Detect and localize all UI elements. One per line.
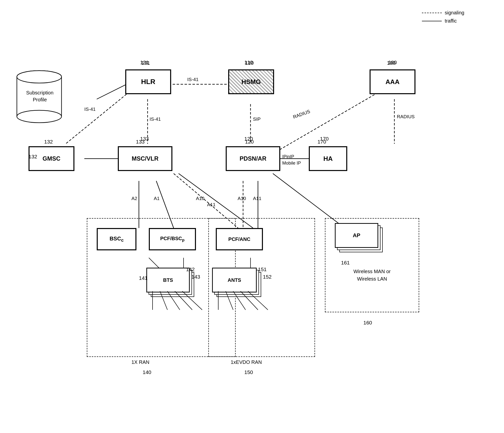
sip-label: SIP <box>253 116 261 122</box>
gmsc-num: 132 <box>29 154 37 160</box>
hlr-node: HLR <box>125 69 171 94</box>
traffic-label: traffic <box>445 18 457 24</box>
ran-1x-num: 140 <box>143 369 151 375</box>
traffic-line-icon <box>422 21 442 21</box>
legend: signaling traffic <box>422 10 464 26</box>
svg-line-15 <box>97 84 126 99</box>
signaling-label: signaling <box>445 10 464 16</box>
radius1-label: RADIUS <box>292 109 311 120</box>
ha-node: HA <box>309 146 347 171</box>
is41-hlr-gmsc-label: IS-41 <box>84 107 95 112</box>
bsc-c-node: BSCc <box>97 228 136 250</box>
ap-num161: 161 <box>341 260 350 266</box>
aaa-num: 180 <box>387 60 396 66</box>
signaling-line-icon <box>422 13 442 13</box>
ants-num152: 152 <box>263 274 272 280</box>
pdsn-ar-node: PDSN/AR <box>226 146 280 171</box>
subscription-profile-label: SubscriptionProfile <box>17 89 63 103</box>
svg-line-25 <box>167 291 180 310</box>
mobileip-label: Mobile IP <box>282 161 301 166</box>
is41-hlr-msc-label: IS-41 <box>150 116 161 122</box>
gmsc-id: 132 <box>44 139 53 145</box>
pcf-anc-node: PCF/ANC <box>216 228 263 250</box>
svg-line-32 <box>248 291 268 310</box>
pcf-bscp-node: PCF/BSCp <box>149 228 196 250</box>
diagram: signaling traffic <box>0 0 504 433</box>
a10-left-label: A10 <box>196 196 204 201</box>
svg-line-24 <box>160 291 167 310</box>
ran-1x-label: 1X RAN <box>131 359 149 365</box>
svg-line-30 <box>233 291 246 310</box>
ants-branches <box>213 290 275 320</box>
wireless-label: Wireless MAN orWireless LAN <box>326 268 418 283</box>
svg-line-26 <box>175 291 192 310</box>
svg-point-21 <box>17 110 62 123</box>
aaa-node: AAA <box>370 69 415 94</box>
bts-num142: 142 <box>186 266 195 272</box>
msc-vlr-node: MSC/VLR <box>118 146 172 171</box>
radius2-label: RADIUS <box>397 114 415 119</box>
wireless-num: 160 <box>363 320 372 326</box>
a10-right-label: A10 <box>238 196 246 201</box>
svg-line-2 <box>66 94 126 144</box>
hsmg-node: HSMG <box>228 69 274 94</box>
bts-branches <box>148 290 210 320</box>
svg-line-31 <box>241 291 258 310</box>
bts-num141: 141 <box>139 275 148 281</box>
ap-stacked: AP <box>335 223 384 255</box>
hsmg-num: 110 <box>245 60 254 66</box>
hlr-num: 131 <box>141 60 150 66</box>
ants-num151: 151 <box>258 266 267 272</box>
svg-line-27 <box>182 291 202 310</box>
msc-vlr-num: 133 <box>140 136 149 142</box>
a11-left-label: A11 <box>207 202 216 207</box>
a1-label: A1 <box>154 196 159 201</box>
pdsn-ar-num: 120 <box>244 136 253 142</box>
svg-point-22 <box>17 71 62 83</box>
bts-num143: 143 <box>191 274 200 280</box>
a11-right-label: A11 <box>253 196 261 201</box>
is41-hlr-hsmg-label: IS-41 <box>187 77 198 82</box>
evdo-ran-num: 150 <box>244 369 253 375</box>
evdo-ran-label: 1xEVDO RAN <box>231 359 262 365</box>
a2-label: A2 <box>131 196 137 201</box>
svg-line-29 <box>226 291 233 310</box>
ha-num: 170 <box>320 136 329 142</box>
ipinip-label: IPinIP <box>282 154 294 159</box>
